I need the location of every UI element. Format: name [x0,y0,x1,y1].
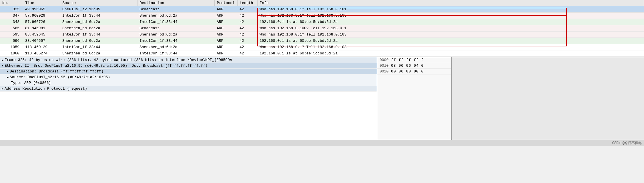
cell-no: 347 [0,13,23,19]
col-header-length: Length [237,0,257,6]
cell-time: 57.966726 [23,19,60,25]
cell-info: 192.168.0.1 is at 60:ee:5c:bd:6d:2a [257,50,644,57]
table-header-row: No. Time Source Destination Protocol Len… [0,0,644,6]
cell-no: 348 [0,19,23,25]
cell-src: Shenzhen_bd:6d:2a [60,19,137,25]
expand-arrow-icon: ▶ [7,76,9,79]
cell-len: 42 [237,38,257,44]
cell-no: 596 [0,38,23,44]
table-row[interactable]: 32549.996065OnePlusT_a2:16:95BroadcastAR… [0,6,644,13]
expand-arrow-icon: ▶ [2,58,3,62]
cell-no: 1059 [0,44,23,50]
cell-info: 192.168.0.1 is at 60:ee:5c:bd:6d:2a [257,38,644,44]
detail-child-text: Source: OnePlusT_a2:16:95 (d0:49:7c:a2:1… [10,75,110,79]
cell-proto: ARP [214,25,237,32]
detail-section-text: Address Resolution Protocol (request) [5,86,87,91]
col-header-time: Time [23,0,60,6]
cell-src: Shenzhen_bd:6d:2a [60,25,137,32]
detail-section-ethernet[interactable]: ▼Ethernet II, Src: OnePlusT_a2:16:95 (d0… [0,63,377,69]
cell-proto: ARP [214,6,237,13]
cell-info: Who has 192.168.0.1? Tell 192.168.0.103 [257,44,644,50]
detail-child-text: Destination: Broadcast (ff:ff:ff:ff:ff:f… [10,69,103,74]
hex-addr: 0000 [380,58,391,62]
cell-time: 88.459645 [23,32,60,38]
cell-len: 42 [237,50,257,57]
hex-bytes: 08 00 06 04 0 [391,64,424,68]
cell-proto: ARP [214,32,237,38]
cell-len: 42 [237,25,257,32]
detail-child-dst-broadcast[interactable]: ▶Destination: Broadcast (ff:ff:ff:ff:ff:… [0,69,377,74]
table-row[interactable]: 1060118.465274Shenzhen_bd:6d:2aIntelCor_… [0,50,644,57]
cell-src: Shenzhen_bd:6d:2a [60,50,137,57]
detail-section-text: Frame 325: 42 bytes on wire (336 bits), … [5,58,232,62]
cell-time: 81.946981 [23,25,60,32]
detail-child-text: Type: ARP (0x0806) [11,81,51,85]
cell-dst: IntelCor_1f:33:44 [137,50,214,57]
cell-no: 325 [0,6,23,13]
table-row[interactable]: 59688.464657Shenzhen_bd:6d:2aIntelCor_1f… [0,38,644,44]
detail-section-arp[interactable]: ▶Address Resolution Protocol (request) [0,86,377,92]
cell-len: 42 [237,19,257,25]
detail-panel: ▶Frame 325: 42 bytes on wire (336 bits),… [0,57,377,140]
hex-bytes: 00 00 00 00 0 [391,69,424,74]
cell-time: 118.465274 [23,50,60,57]
status-text: CSDN @今日不供电 [612,141,642,145]
cell-len: 42 [237,32,257,38]
expand-arrow-icon: ▶ [2,87,3,90]
cell-info: Who has 192.168.0.1? Tell 192.168.0.103 [257,13,644,19]
detail-section-frame[interactable]: ▶Frame 325: 42 bytes on wire (336 bits),… [0,57,377,63]
table-row[interactable]: 34757.960029IntelCor_1f:33:44Shenzhen_bd… [0,13,644,19]
cell-info: Who has 192.168.0.100? Tell 192.168.0.1 [257,25,644,32]
hex-bytes: ff ff ff ff f [391,58,424,62]
expand-arrow-icon: ▼ [2,64,3,67]
cell-info: Who has 192.168.0.1? Tell 192.168.0.101 [257,6,644,13]
cell-proto: ARP [214,19,237,25]
hex-panel: 0000ff ff ff ff f001008 00 06 04 0002000… [377,57,452,140]
cell-info: Who has 192.168.0.1? Tell 192.168.0.103 [257,32,644,38]
table-row[interactable]: 56581.946981Shenzhen_bd:6d:2aBroadcastAR… [0,25,644,32]
packet-table: No. Time Source Destination Protocol Len… [0,0,644,57]
cell-proto: ARP [214,44,237,50]
cell-src: IntelCor_1f:33:44 [60,32,137,38]
table-row[interactable]: 34857.966726Shenzhen_bd:6d:2aIntelCor_1f… [0,19,644,25]
col-header-protocol: Protocol [214,0,237,6]
hex-row: 0000ff ff ff ff f [377,57,451,63]
cell-no: 595 [0,32,23,38]
cell-src: OnePlusT_a2:16:95 [60,6,137,13]
hex-addr: 0020 [380,69,391,74]
bottom-area: ▶Frame 325: 42 bytes on wire (336 bits),… [0,57,644,140]
cell-dst: Broadcast [137,25,214,32]
hex-row: 001008 00 06 04 0 [377,63,451,69]
detail-child-type-arp[interactable]: Type: ARP (0x0806) [0,80,377,86]
cell-proto: ARP [214,50,237,57]
col-header-info: Info [257,0,644,6]
table-row[interactable]: 1059118.460129IntelCor_1f:33:44Shenzhen_… [0,44,644,50]
right-status-area [452,57,644,140]
hex-addr: 0010 [380,64,391,68]
detail-section-text: Ethernet II, Src: OnePlusT_a2:16:95 (d0:… [5,64,208,68]
expand-arrow-icon: ▶ [7,70,9,73]
col-header-destination: Destination [137,0,214,6]
detail-child-src-oneplus[interactable]: ▶Source: OnePlusT_a2:16:95 (d0:49:7c:a2:… [0,74,377,80]
cell-dst: Shenzhen_bd:6d:2a [137,13,214,19]
cell-len: 42 [237,44,257,50]
table-row[interactable]: 59588.459645IntelCor_1f:33:44Shenzhen_bd… [0,32,644,38]
cell-proto: ARP [214,13,237,19]
cell-no: 565 [0,25,23,32]
cell-src: IntelCor_1f:33:44 [60,13,137,19]
packet-list-area: No. Time Source Destination Protocol Len… [0,0,644,57]
cell-time: 57.960029 [23,13,60,19]
col-header-source: Source [60,0,137,6]
hex-row: 002000 00 00 00 0 [377,69,451,74]
cell-dst: Shenzhen_bd:6d:2a [137,32,214,38]
cell-time: 118.460129 [23,44,60,50]
col-header-no: No. [0,0,23,6]
cell-src: IntelCor_1f:33:44 [60,44,137,50]
status-bar: CSDN @今日不供电 [0,140,644,146]
cell-time: 88.464657 [23,38,60,44]
cell-info: 192.168.0.1 is at 60:ee:5c:bd:6d:2a [257,19,644,25]
cell-proto: ARP [214,38,237,44]
cell-dst: IntelCor_1f:33:44 [137,19,214,25]
cell-len: 42 [237,6,257,13]
cell-dst: Broadcast [137,6,214,13]
